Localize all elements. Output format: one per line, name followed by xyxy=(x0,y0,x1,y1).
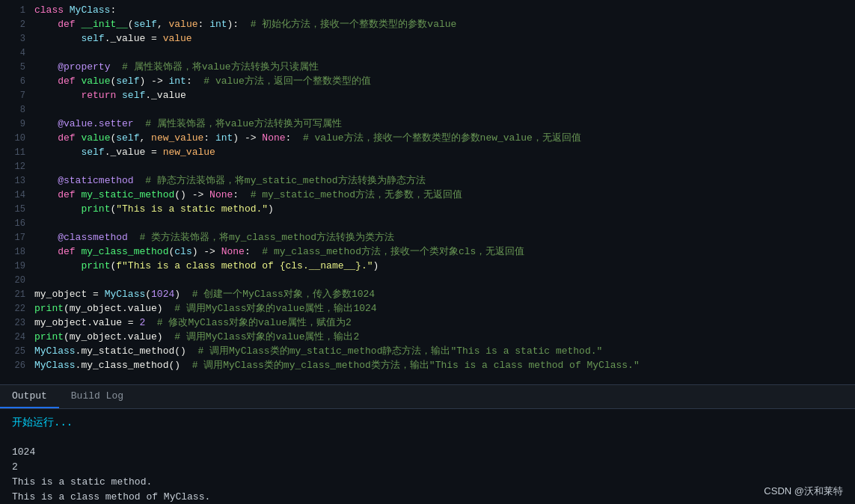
table-row: 3 self._value = value xyxy=(0,31,855,46)
line-number: 20 xyxy=(0,274,34,288)
line-code xyxy=(34,216,855,230)
table-row: 11 self._value = new_value xyxy=(0,145,855,159)
table-row: 6 def value(self) -> int: # value方法，返回一个… xyxy=(0,74,855,88)
line-number: 22 xyxy=(0,302,34,316)
table-row: 4 xyxy=(0,46,855,60)
table-row: 12 xyxy=(0,159,855,173)
line-number: 15 xyxy=(0,203,34,217)
table-row: 2 def __init__(self, value: int): # 初始化方… xyxy=(0,17,855,31)
table-row: 14 def my_static_method() -> None: # my_… xyxy=(0,188,855,202)
line-code: MyClass.my_static_method() # 调用MyClass类的… xyxy=(34,344,855,358)
table-row: 8 xyxy=(0,102,855,117)
output-line: This is a static method. xyxy=(12,475,843,490)
line-number: 16 xyxy=(0,217,34,231)
table-row: 21my_object = MyClass(1024) # 创建一个MyClas… xyxy=(0,287,855,301)
table-row: 24print(my_object.value) # 调用MyClass对象的v… xyxy=(0,330,855,344)
line-code: return self._value xyxy=(34,88,855,102)
line-code: print(my_object.value) # 调用MyClass对象的val… xyxy=(34,301,855,316)
line-number: 11 xyxy=(0,146,34,160)
line-code: @value.setter # 属性装饰器，将value方法转换为可写属性 xyxy=(34,117,855,131)
line-number: 6 xyxy=(0,75,34,89)
watermark: CSDN @沃和莱特 xyxy=(764,485,843,498)
line-code: def value(self, new_value: int) -> None:… xyxy=(34,131,855,145)
line-code: @staticmethod # 静态方法装饰器，将my_static_metho… xyxy=(34,173,855,188)
line-code xyxy=(34,159,855,173)
table-row: 23my_object.value = 2 # 修改MyClass对象的valu… xyxy=(0,316,855,330)
line-number: 17 xyxy=(0,231,34,245)
line-code: def my_class_method(cls) -> None: # my_c… xyxy=(34,245,855,259)
line-code: my_object.value = 2 # 修改MyClass对象的value属… xyxy=(34,316,855,330)
line-code: def value(self) -> int: # value方法，返回一个整数… xyxy=(34,74,855,88)
line-number: 23 xyxy=(0,316,34,331)
output-start: 开始运行... xyxy=(12,415,843,430)
table-row: 25MyClass.my_static_method() # 调用MyClass… xyxy=(0,344,855,358)
line-number: 18 xyxy=(0,245,34,259)
line-number: 26 xyxy=(0,359,34,373)
output-line: 2 xyxy=(12,460,843,475)
line-number: 4 xyxy=(0,46,34,61)
table-row: 5 @property # 属性装饰器，将value方法转换为只读属性 xyxy=(0,60,855,74)
table-row: 13 @staticmethod # 静态方法装饰器，将my_static_me… xyxy=(0,173,855,188)
output-line: This is a class method of MyClass. xyxy=(12,490,843,504)
line-number: 10 xyxy=(0,132,34,146)
line-code xyxy=(34,102,855,117)
table-row: 7 return self._value xyxy=(0,88,855,102)
line-code: @classmethod # 类方法装饰器，将my_class_method方法… xyxy=(34,230,855,245)
line-code: def my_static_method() -> None: # my_sta… xyxy=(34,188,855,202)
line-code: print("This is a static method.") xyxy=(34,202,855,216)
line-code: self._value = new_value xyxy=(34,145,855,159)
line-number: 9 xyxy=(0,117,34,132)
line-code: MyClass.my_class_method() # 调用MyClass类的m… xyxy=(34,358,855,372)
table-row: 26MyClass.my_class_method() # 调用MyClass类… xyxy=(0,358,855,372)
line-number: 1 xyxy=(0,4,34,18)
line-number: 7 xyxy=(0,89,34,103)
table-row: 15 print("This is a static method.") xyxy=(0,202,855,216)
line-number: 14 xyxy=(0,188,34,203)
line-code: my_object = MyClass(1024) # 创建一个MyClass对… xyxy=(34,287,855,301)
tab-output[interactable]: Output xyxy=(0,385,59,408)
line-number: 21 xyxy=(0,288,34,302)
code-lines: 1class MyClass:2 def __init__(self, valu… xyxy=(0,0,855,384)
line-number: 12 xyxy=(0,160,34,174)
line-number: 2 xyxy=(0,18,34,32)
table-row: 17 @classmethod # 类方法装饰器，将my_class_metho… xyxy=(0,230,855,245)
output-empty xyxy=(12,430,843,445)
line-number: 24 xyxy=(0,331,34,345)
table-row: 22print(my_object.value) # 调用MyClass对象的v… xyxy=(0,301,855,316)
line-number: 19 xyxy=(0,259,34,274)
line-code: print(my_object.value) # 调用MyClass对象的val… xyxy=(34,330,855,344)
tab-bar: OutputBuild Log xyxy=(0,385,855,409)
table-row: 16 xyxy=(0,216,855,230)
line-code xyxy=(34,46,855,60)
tab-build-log[interactable]: Build Log xyxy=(59,385,135,408)
line-code: class MyClass: xyxy=(34,3,855,17)
table-row: 19 print(f"This is a class method of {cl… xyxy=(0,259,855,273)
bottom-panel: OutputBuild Log 开始运行... 10242This is a s… xyxy=(0,384,855,504)
line-code: print(f"This is a class method of {cls._… xyxy=(34,259,855,273)
table-row: 9 @value.setter # 属性装饰器，将value方法转换为可写属性 xyxy=(0,117,855,131)
line-number: 25 xyxy=(0,345,34,359)
line-code: @property # 属性装饰器，将value方法转换为只读属性 xyxy=(34,60,855,74)
table-row: 10 def value(self, new_value: int) -> No… xyxy=(0,131,855,145)
line-code xyxy=(34,273,855,287)
table-row: 18 def my_class_method(cls) -> None: # m… xyxy=(0,245,855,259)
line-number: 13 xyxy=(0,174,34,188)
table-row: 20 xyxy=(0,273,855,287)
line-code: def __init__(self, value: int): # 初始化方法，… xyxy=(34,17,855,31)
output-line: 1024 xyxy=(12,445,843,460)
line-code: self._value = value xyxy=(34,31,855,46)
output-content: 开始运行... 10242This is a static method.Thi… xyxy=(0,409,855,504)
table-row: 1class MyClass: xyxy=(0,3,855,17)
line-number: 8 xyxy=(0,103,34,117)
line-number: 3 xyxy=(0,32,34,46)
line-number: 5 xyxy=(0,61,34,75)
code-editor: 1class MyClass:2 def __init__(self, valu… xyxy=(0,0,855,384)
